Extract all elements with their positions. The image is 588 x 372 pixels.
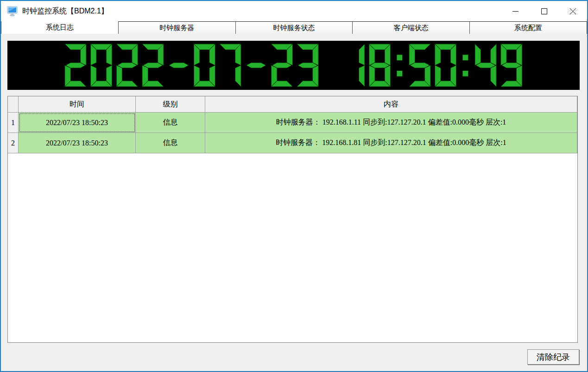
- row-time-cell[interactable]: 2022/07/23 18:50:23: [19, 113, 136, 133]
- row-content-cell[interactable]: 时钟服务器： 192.168.1.81 同步到:127.127.20.1 偏差值…: [205, 133, 577, 153]
- computer-monitor-icon: [6, 6, 19, 17]
- table-empty-area: [8, 153, 577, 342]
- clear-records-button[interactable]: 清除纪录: [527, 349, 579, 365]
- row-level-cell[interactable]: 信息: [136, 133, 205, 153]
- tab-clock-service-status[interactable]: 时钟服务状态: [236, 21, 353, 34]
- row-level-cell[interactable]: 信息: [136, 113, 205, 133]
- app-window: 时钟监控系统【BDM2.1】 系统日志 时钟服务器 时钟服务状态 客户端状态 系…: [0, 0, 588, 372]
- column-header-level[interactable]: 级别: [136, 96, 205, 113]
- column-header-content[interactable]: 内容: [205, 96, 577, 113]
- close-button[interactable]: [558, 1, 587, 21]
- column-header-time[interactable]: 时间: [19, 96, 136, 113]
- table-header-row: 时间 级别 内容: [8, 96, 577, 113]
- minimize-button[interactable]: [501, 1, 530, 21]
- tab-client-status[interactable]: 客户端状态: [353, 21, 470, 34]
- row-number[interactable]: 1: [8, 113, 19, 133]
- table-row: 1 2022/07/23 18:50:23 信息 时钟服务器： 192.168.…: [8, 113, 577, 133]
- footer-bar: 清除纪录: [1, 343, 587, 371]
- window-title: 时钟监控系统【BDM2.1】: [22, 6, 108, 16]
- seven-segment-clock: [64, 43, 523, 88]
- table-corner-cell: [8, 96, 19, 113]
- row-number[interactable]: 2: [8, 133, 19, 153]
- window-controls: [501, 1, 587, 21]
- table-row: 2 2022/07/23 18:50:23 信息 时钟服务器： 192.168.…: [8, 133, 577, 153]
- log-table: 时间 级别 内容 1 2022/07/23 18:50:23 信息 时钟服务器：…: [7, 96, 578, 343]
- tab-clock-server[interactable]: 时钟服务器: [119, 21, 236, 34]
- digital-clock-display: [7, 41, 580, 90]
- tab-bar: 系统日志 时钟服务器 时钟服务状态 客户端状态 系统配置: [1, 21, 587, 34]
- titlebar: 时钟监控系统【BDM2.1】: [1, 1, 587, 21]
- row-content-cell[interactable]: 时钟服务器： 192.168.1.11 同步到:127.127.20.1 偏差值…: [205, 113, 577, 133]
- tab-system-config[interactable]: 系统配置: [470, 21, 587, 34]
- tab-system-log[interactable]: 系统日志: [1, 21, 119, 34]
- row-time-cell[interactable]: 2022/07/23 18:50:23: [19, 133, 136, 153]
- maximize-button[interactable]: [530, 1, 558, 21]
